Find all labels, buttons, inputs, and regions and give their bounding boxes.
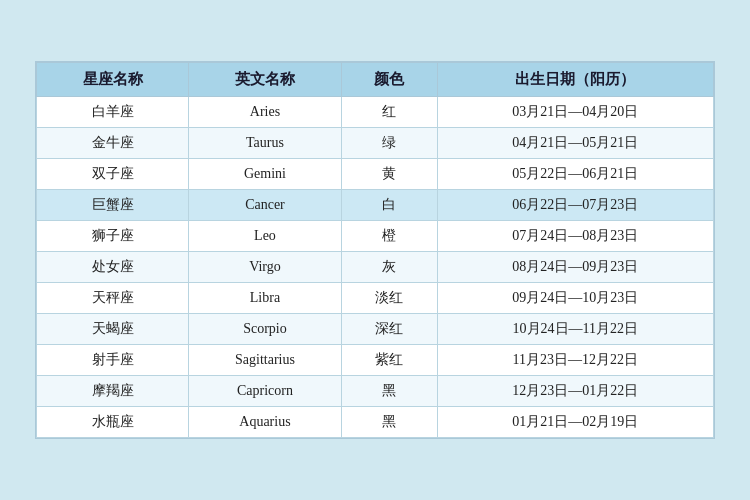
cell-color: 紫红 <box>341 345 437 376</box>
cell-color: 红 <box>341 97 437 128</box>
header-chinese-name: 星座名称 <box>37 63 189 97</box>
cell-english-name: Aries <box>189 97 341 128</box>
cell-english-name: Leo <box>189 221 341 252</box>
cell-chinese-name: 天秤座 <box>37 283 189 314</box>
cell-dates: 04月21日—05月21日 <box>437 128 713 159</box>
cell-chinese-name: 摩羯座 <box>37 376 189 407</box>
cell-dates: 06月22日—07月23日 <box>437 190 713 221</box>
cell-chinese-name: 狮子座 <box>37 221 189 252</box>
cell-english-name: Taurus <box>189 128 341 159</box>
cell-english-name: Sagittarius <box>189 345 341 376</box>
cell-chinese-name: 射手座 <box>37 345 189 376</box>
cell-color: 黑 <box>341 376 437 407</box>
cell-color: 淡红 <box>341 283 437 314</box>
table-row: 白羊座Aries红03月21日—04月20日 <box>37 97 714 128</box>
cell-dates: 01月21日—02月19日 <box>437 407 713 438</box>
header-english-name: 英文名称 <box>189 63 341 97</box>
cell-chinese-name: 巨蟹座 <box>37 190 189 221</box>
cell-chinese-name: 天蝎座 <box>37 314 189 345</box>
table-header-row: 星座名称 英文名称 颜色 出生日期（阳历） <box>37 63 714 97</box>
cell-english-name: Gemini <box>189 159 341 190</box>
table-row: 天蝎座Scorpio深红10月24日—11月22日 <box>37 314 714 345</box>
cell-dates: 11月23日—12月22日 <box>437 345 713 376</box>
zodiac-table: 星座名称 英文名称 颜色 出生日期（阳历） 白羊座Aries红03月21日—04… <box>36 62 714 438</box>
cell-english-name: Libra <box>189 283 341 314</box>
cell-english-name: Cancer <box>189 190 341 221</box>
table-row: 处女座Virgo灰08月24日—09月23日 <box>37 252 714 283</box>
cell-chinese-name: 金牛座 <box>37 128 189 159</box>
cell-dates: 10月24日—11月22日 <box>437 314 713 345</box>
cell-color: 深红 <box>341 314 437 345</box>
cell-english-name: Scorpio <box>189 314 341 345</box>
table-row: 狮子座Leo橙07月24日—08月23日 <box>37 221 714 252</box>
table-row: 水瓶座Aquarius黑01月21日—02月19日 <box>37 407 714 438</box>
cell-dates: 09月24日—10月23日 <box>437 283 713 314</box>
table-row: 巨蟹座Cancer白06月22日—07月23日 <box>37 190 714 221</box>
table-row: 射手座Sagittarius紫红11月23日—12月22日 <box>37 345 714 376</box>
cell-chinese-name: 双子座 <box>37 159 189 190</box>
cell-dates: 08月24日—09月23日 <box>437 252 713 283</box>
table-row: 金牛座Taurus绿04月21日—05月21日 <box>37 128 714 159</box>
cell-chinese-name: 水瓶座 <box>37 407 189 438</box>
table-row: 天秤座Libra淡红09月24日—10月23日 <box>37 283 714 314</box>
cell-color: 黄 <box>341 159 437 190</box>
cell-chinese-name: 白羊座 <box>37 97 189 128</box>
table-row: 双子座Gemini黄05月22日—06月21日 <box>37 159 714 190</box>
cell-color: 橙 <box>341 221 437 252</box>
cell-dates: 05月22日—06月21日 <box>437 159 713 190</box>
cell-color: 白 <box>341 190 437 221</box>
header-dates: 出生日期（阳历） <box>437 63 713 97</box>
table-body: 白羊座Aries红03月21日—04月20日金牛座Taurus绿04月21日—0… <box>37 97 714 438</box>
cell-color: 灰 <box>341 252 437 283</box>
cell-dates: 03月21日—04月20日 <box>437 97 713 128</box>
cell-dates: 07月24日—08月23日 <box>437 221 713 252</box>
header-color: 颜色 <box>341 63 437 97</box>
cell-english-name: Virgo <box>189 252 341 283</box>
cell-color: 绿 <box>341 128 437 159</box>
cell-dates: 12月23日—01月22日 <box>437 376 713 407</box>
cell-color: 黑 <box>341 407 437 438</box>
cell-english-name: Aquarius <box>189 407 341 438</box>
cell-chinese-name: 处女座 <box>37 252 189 283</box>
table-row: 摩羯座Capricorn黑12月23日—01月22日 <box>37 376 714 407</box>
zodiac-table-wrapper: 星座名称 英文名称 颜色 出生日期（阳历） 白羊座Aries红03月21日—04… <box>35 61 715 439</box>
cell-english-name: Capricorn <box>189 376 341 407</box>
